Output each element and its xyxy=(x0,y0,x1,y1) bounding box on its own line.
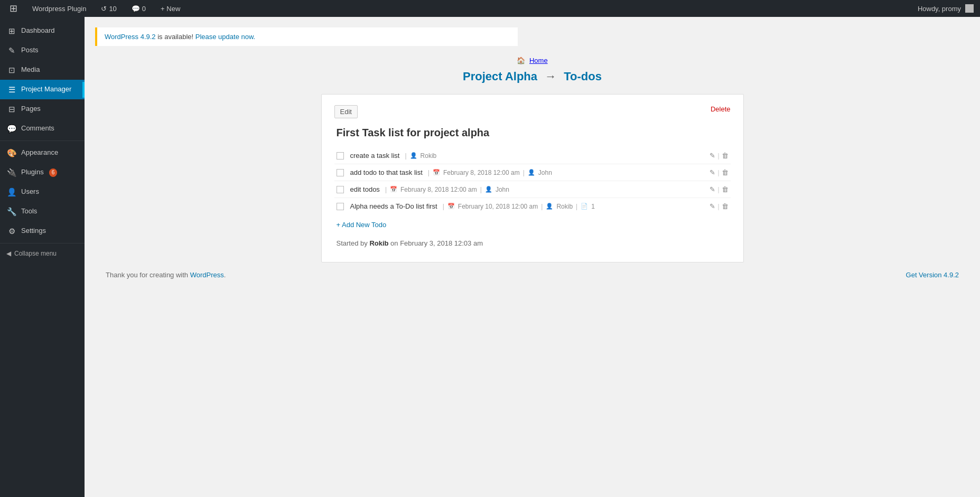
settings-icon: ⚙ xyxy=(6,226,17,237)
todo-meta: | 📅 February 8, 2018 12:00 am | 👤 John xyxy=(428,169,710,176)
sidebar-item-media[interactable]: ⊡ Media xyxy=(0,60,85,80)
todo-name: add todo to that task list xyxy=(350,168,423,176)
comments-icon: 💬 xyxy=(6,123,17,134)
separator: | xyxy=(385,186,387,193)
todo-edit-button[interactable]: ✎ xyxy=(710,168,715,176)
user-icon: 👤 xyxy=(546,203,553,210)
todo-delete-button[interactable]: 🗑 xyxy=(722,202,729,210)
sidebar-item-label: Posts xyxy=(21,45,39,55)
sidebar-item-label: Pages xyxy=(21,104,41,114)
sidebar-item-comments[interactable]: 💬 Comments xyxy=(0,119,85,138)
project-alpha-link[interactable]: Project Alpha xyxy=(463,70,537,83)
collapse-menu-button[interactable]: ◀ Collapse menu xyxy=(0,246,85,261)
sidebar-item-users[interactable]: 👤 Users xyxy=(0,182,85,202)
sidebar: ⊞ Dashboard ✎ Posts ⊡ Media ☰ Project Ma… xyxy=(0,17,85,497)
user-icon: 👤 xyxy=(485,186,492,193)
sidebar-item-pages[interactable]: ⊟ Pages xyxy=(0,99,85,119)
todo-date: February 8, 2018 12:00 am xyxy=(400,186,477,193)
todo-user: Rokib xyxy=(556,203,573,210)
admin-bar: ⊞ Wordpress Plugin ↺ 10 💬 0 + New Howdy,… xyxy=(0,0,980,17)
todo-actions: ✎ | 🗑 xyxy=(710,168,728,176)
todo-edit-button[interactable]: ✎ xyxy=(710,185,715,193)
collapse-menu-label: Collapse menu xyxy=(14,250,57,257)
update-count-item[interactable]: ↺ 10 xyxy=(98,0,119,17)
add-todo-link[interactable]: + Add New Todo xyxy=(334,221,387,229)
todo-actions: ✎ | 🗑 xyxy=(710,185,728,193)
update-now-link[interactable]: Please update now. xyxy=(195,33,255,41)
todo-user: John xyxy=(496,186,509,193)
delete-button[interactable]: Delete xyxy=(711,105,731,113)
action-sep: | xyxy=(717,203,719,210)
todo-edit-button[interactable]: ✎ xyxy=(710,152,715,160)
sidebar-item-label: Users xyxy=(21,187,39,196)
collapse-arrow-icon: ◀ xyxy=(6,250,11,257)
todo-delete-button[interactable]: 🗑 xyxy=(722,152,729,160)
sidebar-item-label: Appearance xyxy=(21,148,58,157)
sidebar-divider-2 xyxy=(0,243,85,243)
site-name[interactable]: Wordpress Plugin xyxy=(29,0,89,17)
todo-actions: ✎ | 🗑 xyxy=(710,152,728,160)
breadcrumb-home-link[interactable]: Home xyxy=(529,57,548,64)
started-by-text: Started by Rokib on February 3, 2018 12:… xyxy=(334,239,731,247)
sidebar-item-project-manager[interactable]: ☰ Project Manager xyxy=(0,80,85,99)
get-version-link[interactable]: Get Version 4.9.2 xyxy=(906,271,959,279)
file-icon: 📄 xyxy=(581,203,588,210)
sidebar-item-label: Dashboard xyxy=(21,26,55,35)
todo-delete-button[interactable]: 🗑 xyxy=(722,168,729,176)
dashboard-icon: ⊞ xyxy=(6,25,17,36)
sidebar-item-posts[interactable]: ✎ Posts xyxy=(0,41,85,60)
update-notice-text: is available! xyxy=(156,33,195,41)
footer-thank-you: Thank you for creating with WordPress. xyxy=(106,271,226,279)
todo-name: edit todos xyxy=(350,185,380,193)
todo-meta: | 📅 February 10, 2018 12:00 am | 👤 Rokib… xyxy=(443,203,710,210)
posts-icon: ✎ xyxy=(6,45,17,56)
sidebar-item-label: Settings xyxy=(21,226,46,236)
main-content: WordPress 4.9.2 is available! Please upd… xyxy=(85,17,980,497)
sidebar-divider xyxy=(0,140,85,141)
todo-checkbox[interactable] xyxy=(337,152,344,160)
action-sep: | xyxy=(717,152,719,160)
comments-count-item[interactable]: 💬 0 xyxy=(128,0,149,17)
wordpress-link[interactable]: WordPress xyxy=(190,271,224,279)
update-version-link[interactable]: WordPress 4.9.2 xyxy=(105,33,156,41)
wp-logo[interactable]: ⊞ xyxy=(6,0,21,17)
todo-checkbox[interactable] xyxy=(337,169,344,176)
edit-button[interactable]: Edit xyxy=(334,105,358,118)
todo-list: create a task list | 👤 Rokib ✎ | 🗑 xyxy=(334,147,731,214)
todo-meta: | 👤 Rokib xyxy=(405,152,710,160)
action-sep: | xyxy=(717,169,719,176)
update-notice: WordPress 4.9.2 is available! Please upd… xyxy=(95,27,518,46)
footer: Thank you for creating with WordPress. G… xyxy=(95,262,969,287)
todo-delete-button[interactable]: 🗑 xyxy=(722,185,729,193)
sidebar-item-label: Tools xyxy=(21,207,37,216)
calendar-icon: 📅 xyxy=(447,203,455,210)
todo-edit-button[interactable]: ✎ xyxy=(710,202,715,210)
breadcrumb-arrow: → xyxy=(545,70,556,83)
tools-icon: 🔧 xyxy=(6,206,17,217)
sidebar-item-plugins[interactable]: 🔌 Plugins 6 xyxy=(0,163,85,182)
todo-date: February 10, 2018 12:00 am xyxy=(458,203,538,210)
separator: | xyxy=(523,169,525,176)
separator: | xyxy=(480,186,482,193)
todo-item: create a task list | 👤 Rokib ✎ | 🗑 xyxy=(334,147,731,164)
todo-date: February 8, 2018 12:00 am xyxy=(443,169,520,176)
sidebar-item-label: Comments xyxy=(21,124,54,133)
card-header: Edit Delete xyxy=(334,105,731,118)
todo-name: Alpha needs a To-Do list first xyxy=(350,202,437,210)
sidebar-item-dashboard[interactable]: ⊞ Dashboard xyxy=(0,21,85,41)
calendar-icon: 📅 xyxy=(390,186,397,193)
separator: | xyxy=(428,169,430,176)
todo-name: create a task list xyxy=(350,152,400,160)
todo-checkbox[interactable] xyxy=(337,203,344,210)
todo-item: Alpha needs a To-Do list first | 📅 Febru… xyxy=(334,198,731,214)
todo-user: Rokib xyxy=(421,152,437,160)
sidebar-item-tools[interactable]: 🔧 Tools xyxy=(0,202,85,221)
sidebar-item-appearance[interactable]: 🎨 Appearance xyxy=(0,143,85,163)
user-icon: 👤 xyxy=(410,152,417,159)
todo-checkbox[interactable] xyxy=(337,186,344,193)
sidebar-item-settings[interactable]: ⚙ Settings xyxy=(0,221,85,241)
separator: | xyxy=(443,203,444,210)
breadcrumb: 🏠 Home xyxy=(95,57,969,64)
separator: | xyxy=(576,203,577,210)
new-item[interactable]: + New xyxy=(157,0,183,17)
